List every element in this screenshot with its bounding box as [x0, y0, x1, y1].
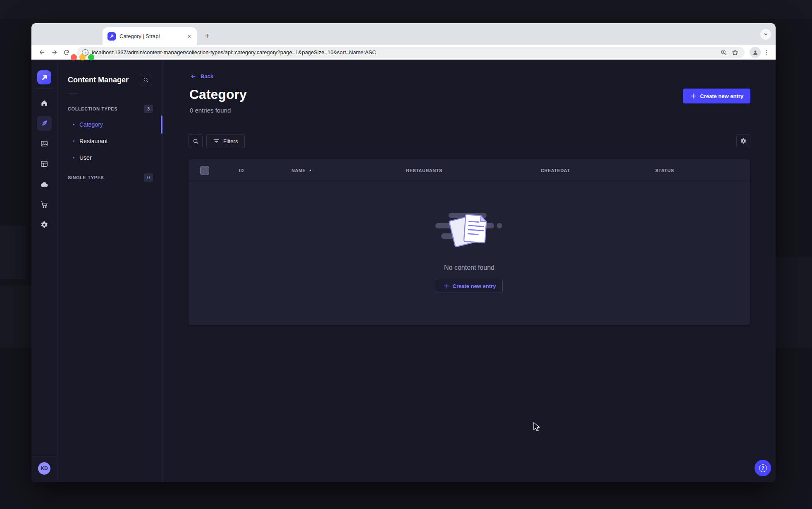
forward-nav-icon[interactable]: [49, 47, 60, 58]
single-types-count-badge: 0: [144, 173, 153, 182]
table-header-row: ID NAME ▲ RESTAURANTS CREATEDAT STATUS: [189, 159, 750, 181]
wallpaper-patch: [0, 226, 26, 279]
strapi-favicon: [107, 32, 116, 41]
sidebar-item-restaurant[interactable]: • Restaurant: [57, 133, 162, 149]
empty-state-message: No content found: [444, 264, 494, 271]
browser-tab-active[interactable]: Category | Strapi ×: [103, 27, 197, 45]
sidebar-item-user[interactable]: • User: [57, 149, 162, 166]
entries-table: ID NAME ▲ RESTAURANTS CREATEDAT STATUS: [189, 159, 750, 325]
page-title: Category: [189, 87, 247, 102]
browser-profile-avatar[interactable]: [750, 47, 761, 58]
marketplace-cart-icon[interactable]: [37, 197, 52, 212]
url-text[interactable]: localhost:1337/admin/content-manager/col…: [92, 49, 717, 55]
create-button-label: Create new entry: [700, 93, 743, 99]
back-nav-icon[interactable]: [36, 47, 47, 58]
back-label: Back: [201, 73, 213, 79]
window-controls: [71, 54, 94, 60]
tab-close-icon[interactable]: ×: [186, 33, 192, 40]
media-library-icon[interactable]: [37, 136, 52, 151]
panel-title: Content Manager: [68, 76, 129, 84]
bullet-icon: •: [73, 140, 74, 142]
help-button[interactable]: ?: [755, 460, 771, 476]
nav-rail: KD: [31, 60, 57, 482]
bookmark-star-icon[interactable]: [731, 49, 739, 56]
sidebar-item-label: Restaurant: [79, 138, 107, 144]
sidebar-item-label: Category: [79, 121, 103, 128]
single-types-header: SINGLE TYPES: [68, 175, 104, 180]
zoom-window-button[interactable]: [88, 54, 94, 60]
view-settings-button[interactable]: [736, 134, 750, 148]
gear-icon: [740, 138, 747, 144]
collection-types-count-badge: 3: [144, 105, 153, 113]
user-avatar[interactable]: KD: [38, 462, 50, 475]
strapi-logo[interactable]: [37, 70, 51, 84]
wallpaper-patch: [0, 0, 812, 19]
select-all-checkbox[interactable]: [200, 166, 209, 175]
browser-window: Category | Strapi × + i: [31, 23, 776, 482]
browser-tab-strip: Category | Strapi × +: [31, 23, 776, 45]
create-new-entry-button[interactable]: Create new entry: [683, 89, 750, 103]
help-icon: ?: [759, 464, 767, 472]
home-icon[interactable]: [37, 96, 52, 110]
panel-search-button[interactable]: [140, 74, 152, 86]
column-header-status[interactable]: STATUS: [655, 159, 674, 181]
entries-count: 0 entries found: [190, 107, 231, 114]
content-type-builder-icon[interactable]: [37, 156, 52, 171]
filter-icon: [213, 139, 220, 144]
panel-divider: [68, 94, 78, 94]
filters-label: Filters: [223, 138, 238, 144]
tab-search-chevron-icon[interactable]: [760, 29, 771, 40]
empty-cta-label: Create new entry: [453, 283, 496, 289]
plus-icon: [443, 283, 449, 289]
column-header-restaurants[interactable]: RESTAURANTS: [406, 159, 442, 181]
close-window-button[interactable]: [71, 54, 77, 60]
sidebar-item-category[interactable]: • Category: [57, 116, 162, 133]
empty-state: No content found Create new entry: [189, 181, 750, 325]
empty-documents-illustration: [432, 206, 506, 252]
column-header-id[interactable]: ID: [239, 159, 244, 181]
list-actions-row: Filters: [189, 134, 750, 148]
content-manager-panel: Content Manager COLLECTION TYPES 3 • Cat…: [57, 60, 162, 482]
minimize-window-button[interactable]: [79, 54, 86, 60]
sidebar-item-label: User: [79, 154, 92, 161]
tab-title: Category | Strapi: [119, 33, 183, 39]
settings-gear-icon[interactable]: [37, 217, 52, 232]
rail-divider: [35, 89, 54, 89]
wallpaper-patch: [773, 257, 812, 348]
rail-divider: [31, 456, 57, 456]
content-manager-icon[interactable]: [37, 116, 52, 131]
url-bar[interactable]: i localhost:1337/admin/content-manager/c…: [77, 47, 745, 58]
zoom-page-icon[interactable]: [720, 49, 727, 56]
empty-state-create-button[interactable]: Create new entry: [436, 279, 503, 293]
search-icon: [193, 138, 199, 144]
strapi-admin: KD Content Manager COLLECTION TYPES 3: [31, 60, 776, 482]
browser-menu-icon[interactable]: ⋮: [762, 49, 771, 56]
column-header-name[interactable]: NAME ▲: [291, 159, 312, 181]
column-header-createdat[interactable]: CREATEDAT: [541, 159, 570, 181]
main-content: Back Category 0 entries found Create new…: [162, 60, 776, 482]
bullet-icon: •: [73, 157, 74, 158]
sort-ascending-icon: ▲: [308, 169, 312, 172]
new-tab-button[interactable]: +: [202, 31, 213, 41]
browser-toolbar: i localhost:1337/admin/content-manager/c…: [31, 45, 776, 60]
cloud-icon[interactable]: [37, 177, 52, 192]
bullet-icon: •: [73, 124, 74, 125]
search-entries-button[interactable]: [189, 134, 203, 148]
back-link[interactable]: Back: [190, 73, 213, 79]
collection-types-header: COLLECTION TYPES: [68, 106, 117, 111]
back-arrow-icon: [190, 73, 196, 79]
desktop: Category | Strapi × + i: [0, 0, 812, 509]
filters-button[interactable]: Filters: [206, 134, 245, 148]
plus-icon: [690, 93, 697, 99]
